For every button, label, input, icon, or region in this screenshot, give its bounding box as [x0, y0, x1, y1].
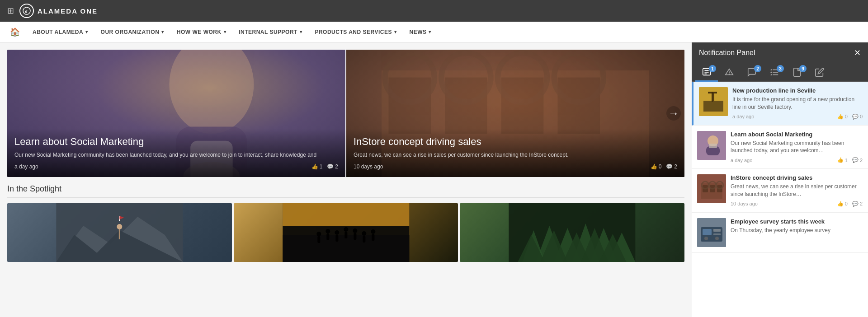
tab-documents[interactable]: 9 — [786, 63, 808, 81]
svg-rect-81 — [713, 229, 721, 232]
svg-rect-9 — [501, 78, 544, 134]
hero-stats-1: 👍 1 💬 2 — [311, 163, 338, 170]
notification-item-2[interactable]: Learn about Social Marketing Our new Soc… — [692, 126, 868, 169]
tab-announcements[interactable] — [718, 63, 741, 81]
svg-point-57 — [729, 74, 730, 74]
nav-item-organization[interactable]: OUR ORGANIZATION ▾ — [94, 22, 170, 42]
hero-overlay-1: Learn about Social Marketing Our new Soc… — [7, 129, 345, 177]
hero-desc-2: Great news, we can see a rise in sales p… — [354, 151, 677, 159]
notif-content-3: InStore concept driving sales Great news… — [731, 174, 863, 207]
notification-panel: Notification Panel ✕ 1 — [692, 42, 868, 317]
spotlight-bg-2 — [234, 203, 458, 262]
notif-title-1: New production line in Seville — [732, 87, 863, 94]
close-icon[interactable]: ✕ — [854, 48, 861, 58]
tab-news[interactable]: 1 — [695, 63, 718, 82]
notification-item-4[interactable]: Employee survey starts this week On Thur… — [692, 213, 868, 253]
notif-thumb-2 — [697, 131, 726, 160]
hero-meta-2: 10 days ago 👍 0 💬 2 — [354, 163, 677, 170]
notif-comments-2: 💬 2 — [852, 157, 863, 163]
hero-next-arrow[interactable]: → — [666, 106, 681, 121]
notif-desc-3: Great news, we can see a rise in sales p… — [731, 183, 863, 198]
svg-rect-62 — [703, 101, 723, 112]
logo-text: ALAMEDA ONE — [38, 7, 98, 15]
nav-item-how-we-work[interactable]: HOW WE WORK ▾ — [170, 22, 232, 42]
chevron-down-icon: ▾ — [224, 29, 226, 34]
hero-carousel: Learn about Social Marketing Our new Soc… — [7, 50, 684, 177]
tab-edit[interactable] — [808, 63, 831, 81]
notif-desc-2: Our new Social Marketing community has b… — [731, 140, 863, 155]
notification-item-1[interactable]: New production line in Seville It is tim… — [692, 82, 868, 126]
svg-point-29 — [335, 230, 339, 235]
tab-comments[interactable]: 2 — [741, 63, 763, 81]
nav-home-button[interactable]: 🏠 — [4, 27, 26, 37]
top-bar: ⊞ a ALAMEDA ONE — [0, 0, 868, 22]
thumbs-up-icon: 👍 — [837, 114, 844, 120]
notif-comments-1: 💬 0 — [852, 114, 863, 120]
spotlight-item-3[interactable] — [460, 203, 684, 262]
notif-thumb-3 — [697, 174, 726, 203]
nav-item-about[interactable]: ABOUT ALAMEDA ▾ — [26, 22, 94, 42]
hero-time-2: 10 days ago — [354, 163, 651, 170]
tab-tasks-badge: 3 — [777, 65, 784, 72]
thumbs-up-icon: 👍 — [837, 201, 844, 207]
chevron-down-icon: ▾ — [85, 29, 88, 34]
panel-title: Notification Panel — [699, 49, 755, 57]
comment-icon: 💬 — [666, 163, 673, 170]
svg-point-25 — [316, 232, 321, 236]
notif-likes-2: 👍 1 — [837, 157, 848, 163]
spotlight-bg-3 — [460, 203, 684, 262]
svg-point-18 — [117, 224, 122, 229]
svg-rect-34 — [354, 233, 356, 240]
notif-time-3: 10 days ago — [731, 201, 758, 206]
svg-point-35 — [362, 231, 366, 236]
logo: a ALAMEDA ONE — [19, 4, 98, 18]
svg-rect-38 — [372, 234, 374, 241]
notif-content-2: Learn about Social Marketing Our new Soc… — [731, 131, 863, 163]
comment-icon: 💬 — [852, 201, 859, 207]
panel-header: Notification Panel ✕ — [692, 42, 868, 63]
svg-rect-30 — [335, 235, 338, 242]
hero-likes-2: 👍 0 — [651, 163, 662, 170]
notif-meta-1: a day ago 👍 0 💬 0 — [732, 114, 863, 120]
chevron-down-icon: ▾ — [300, 29, 302, 34]
svg-point-83 — [704, 237, 708, 240]
hero-comments-1: 💬 2 — [327, 163, 338, 170]
chevron-down-icon: ▾ — [394, 29, 397, 34]
hero-item-2[interactable]: → InStore concept driving sales Great ne… — [345, 50, 684, 177]
svg-text:a: a — [25, 9, 28, 14]
svg-rect-26 — [317, 236, 320, 243]
spotlight-item-1[interactable] — [7, 203, 232, 262]
grid-icon[interactable]: ⊞ — [7, 6, 14, 16]
thumbs-up-icon: 👍 — [311, 163, 318, 170]
notif-time-1: a day ago — [732, 114, 754, 119]
svg-rect-7 — [389, 78, 431, 134]
hero-meta-1: a day ago 👍 1 💬 2 — [14, 163, 338, 170]
spotlight-item-2[interactable] — [234, 203, 458, 262]
svg-point-2 — [169, 50, 254, 134]
svg-point-33 — [353, 228, 357, 233]
nav-item-news[interactable]: NEWS ▾ — [403, 22, 438, 42]
hero-item-1[interactable]: Learn about Social Marketing Our new Soc… — [7, 50, 345, 177]
nav-item-products[interactable]: PRODUCTS AND SERVICES ▾ — [308, 22, 403, 42]
logo-circle: a — [19, 4, 34, 18]
hero-stats-2: 👍 0 💬 2 — [651, 163, 677, 170]
notif-title-2: Learn about Social Marketing — [731, 131, 863, 138]
notif-thumb-bg-4 — [697, 218, 726, 247]
thumbs-up-icon: 👍 — [837, 157, 844, 163]
nav-bar: 🏠 ABOUT ALAMEDA ▾ OUR ORGANIZATION ▾ HOW… — [0, 22, 868, 42]
notification-list: New production line in Seville It is tim… — [692, 82, 868, 317]
notification-item-3[interactable]: InStore concept driving sales Great news… — [692, 169, 868, 213]
hero-desc-1: Our new Social Marketing community has b… — [14, 151, 338, 159]
notif-content-1: New production line in Seville It is tim… — [732, 87, 863, 120]
tab-news-badge: 1 — [709, 65, 716, 72]
nav-item-internal-support[interactable]: INTERNAL SUPPORT ▾ — [232, 22, 308, 42]
hero-title-1: Learn about Social Marketing — [14, 136, 338, 148]
hero-overlay-2: InStore concept driving sales Great news… — [346, 129, 684, 177]
notif-meta-2: a day ago 👍 1 💬 2 — [731, 157, 863, 163]
left-content: Learn about Social Marketing Our new Soc… — [0, 42, 692, 317]
tab-tasks[interactable]: 3 — [763, 63, 786, 81]
svg-rect-69 — [709, 144, 717, 148]
notif-content-4: Employee survey starts this week On Thur… — [731, 218, 863, 247]
svg-rect-8 — [445, 78, 487, 134]
notif-comments-3: 💬 2 — [852, 201, 863, 207]
